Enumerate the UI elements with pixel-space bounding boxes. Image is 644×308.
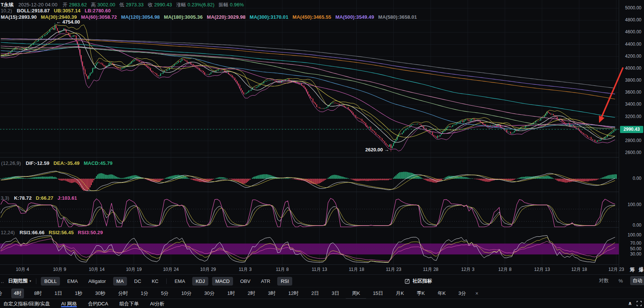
scale-option-1[interactable]: % (616, 277, 626, 285)
indicator-button-boll[interactable]: BOLL (41, 277, 60, 286)
sub-indicator-button-macd[interactable]: MACD (212, 277, 233, 286)
sub-indicator-button-obv[interactable]: OBV (237, 277, 254, 286)
scale-option-2[interactable]: 自动 (630, 276, 644, 285)
sub-indicator-button-atr[interactable]: ATR (257, 277, 273, 286)
boll-item-1: UB:3057.14 (54, 8, 81, 13)
tab-contract-dca[interactable]: 合约DCA (88, 301, 108, 307)
period-button-14[interactable]: 2日 (309, 289, 321, 298)
date-tick-9: 11月 18 (349, 267, 364, 272)
period-button-3[interactable]: 1秒 (72, 289, 85, 298)
period-button-19[interactable]: 季K (414, 289, 427, 298)
period-button-16[interactable]: 周K▲ (349, 289, 363, 298)
period-button-4[interactable]: 30秒 (93, 289, 108, 298)
ma-item-9: MA(580):3658.01 (378, 14, 417, 20)
macd-item-1: DEA:-35.49 (54, 160, 80, 166)
sub-axis-tick-6: 30.00 (620, 251, 641, 257)
sub-axis-tick-4: 70.00 (620, 241, 641, 246)
period-button-18[interactable]: 月K (393, 289, 407, 298)
divider (166, 278, 167, 284)
boll-legend: 10,2) BOLL:2918.87UB:3057.14LB:2780.60 (1, 8, 115, 13)
tab-ai-grid[interactable]: AI 网格 (61, 301, 77, 307)
sub-axis-tick-0: 0.00 (620, 176, 641, 181)
ma-item-8: MA(500):3549.49 (335, 14, 374, 20)
period-button-2[interactable]: 1日 (52, 289, 64, 298)
candle-datetime: 2025-12-20 04:00 (18, 2, 57, 7)
price-tick-8: 3400.00 (620, 102, 641, 107)
tab-combo-order[interactable]: 组合下单 (120, 301, 139, 307)
community-indicators-label: 社区指标 (412, 278, 432, 284)
kdj-params: 3,3) (1, 195, 9, 201)
ma-item-6: MA(300):3170.01 (250, 14, 288, 20)
ohlc-field-label-1: 高 (91, 2, 96, 7)
price-tick-3: 4400.00 (620, 42, 641, 47)
period-button-11[interactable]: 2时 (245, 289, 258, 298)
indicator-button-alligator[interactable]: Alligator (85, 277, 109, 286)
price-tick-11: 2600.00 (620, 150, 641, 155)
indicator-button-kc[interactable]: KC (148, 277, 162, 286)
rsi-params: 12,24) (1, 230, 15, 235)
indicator-button-ema[interactable]: EMA (64, 277, 81, 286)
rsi-legend: 12,24) RSI1:66.66RSI2:56.45RSI3:50.29 (1, 230, 107, 235)
date-range-button[interactable]: 日期范围 ▾ (8, 278, 31, 284)
scale-option-0[interactable]: 对数 (596, 276, 611, 285)
sub-axis-tick-1: 100.00 (620, 202, 641, 208)
ma-item-4: MA(180):3005.36 (164, 14, 203, 20)
date-tick-10: 11月 23 (386, 267, 401, 272)
sub-axis-tick-5: 50.00 (620, 246, 641, 252)
price-tick-0: 5000.00 (620, 5, 641, 11)
sub-indicator-button-ema[interactable]: EMA (171, 277, 188, 286)
ma-item-1: MA(30):2940.39 (41, 14, 77, 20)
price-tick-9: 3200.00 (620, 114, 641, 120)
ohlc-field-value-4: 0.23%(6.82) (187, 2, 214, 7)
sub-indicator-button-rsi[interactable]: RSI (277, 277, 292, 286)
chevron-down-icon: ▾ (30, 279, 31, 283)
price-tick-5: 4000.00 (620, 66, 641, 71)
period-button-17[interactable]: 15日 (370, 289, 386, 298)
more-icon[interactable]: ‥ (1, 278, 4, 284)
community-indicators-button[interactable]: 社区指标 (405, 278, 432, 284)
tab-ai-analysis[interactable]: AI分析 (150, 301, 164, 307)
ma-item-2: MA(60):3058.72 (81, 14, 117, 20)
sub-indicator-group: EMAKDJMACDOBVATRRSI (169, 277, 294, 286)
period-button-21[interactable]: 3分 (456, 289, 469, 298)
sub-axis-tick-2: 0.00 (620, 223, 641, 228)
axis-toggle-0[interactable]: 筹 (630, 266, 635, 273)
period-button-15[interactable]: 3日 (329, 289, 342, 298)
date-range-label: 日期范围 (8, 278, 28, 284)
collapse-icon[interactable]: ∧ (628, 300, 632, 306)
period-button-12[interactable]: 3时 (265, 289, 278, 298)
period-button-20[interactable]: 年K (435, 289, 448, 298)
scale-options: 对数%自动 (594, 276, 644, 285)
period-button-13[interactable]: 12时 (286, 289, 301, 298)
indicator-button-ma[interactable]: MA (113, 277, 127, 286)
ma-item-7: MA(450):3465.55 (293, 14, 331, 20)
macd-item-2: MACD:45.79 (84, 160, 112, 166)
macd-item-0: DIF:-12.59 (26, 160, 49, 166)
ohlc-field-label-5: 振幅 (218, 2, 228, 7)
tab-custom-indicator-backtest-live[interactable]: 自定义指标/回测/实盘 (3, 301, 50, 307)
period-button-7[interactable]: 5分 (158, 289, 171, 298)
date-tick-5: 10月 29 (200, 267, 216, 272)
period-button-8[interactable]: 10分 (179, 289, 194, 298)
main-indicator-group: BOLLEMAAlligatorMADCKC (39, 277, 164, 286)
date-tick-13: 12月 8 (498, 267, 511, 272)
ma-item-5: MA(220):3029.98 (207, 14, 245, 20)
period-button-5[interactable]: 分时 (115, 289, 130, 298)
fullscreen-icon[interactable] (637, 301, 642, 306)
close-icon[interactable]: × (475, 290, 478, 296)
period-list: 4时8时1日1秒30秒分时1分5分10分30分1时2时3时12时2日3日周K▲1… (7, 289, 481, 298)
ohlc-field-label-0: 开 (63, 2, 67, 7)
bottom-tab-bar: 自定义指标/回测/实盘AI 网格合约DCA组合下单AI分析 (0, 299, 644, 308)
axis-toggle-1[interactable]: 爆 (639, 266, 644, 273)
period-partial[interactable]: 分 (0, 290, 2, 297)
period-button-10[interactable]: 1时 (225, 289, 238, 298)
ma-item-3: MA(120):3054.98 (121, 14, 160, 20)
period-button-9[interactable]: 30分 (202, 289, 217, 298)
price-tick-10: 2800.00 (620, 138, 641, 144)
sub-indicator-button-kdj[interactable]: KDJ (192, 277, 208, 286)
date-tick-11: 11月 28 (423, 267, 438, 272)
period-button-6[interactable]: 1分 (138, 289, 151, 298)
indicator-button-dc[interactable]: DC (131, 277, 145, 286)
period-button-1[interactable]: 8时 (31, 289, 44, 298)
period-button-0[interactable]: 4时 (11, 289, 24, 298)
